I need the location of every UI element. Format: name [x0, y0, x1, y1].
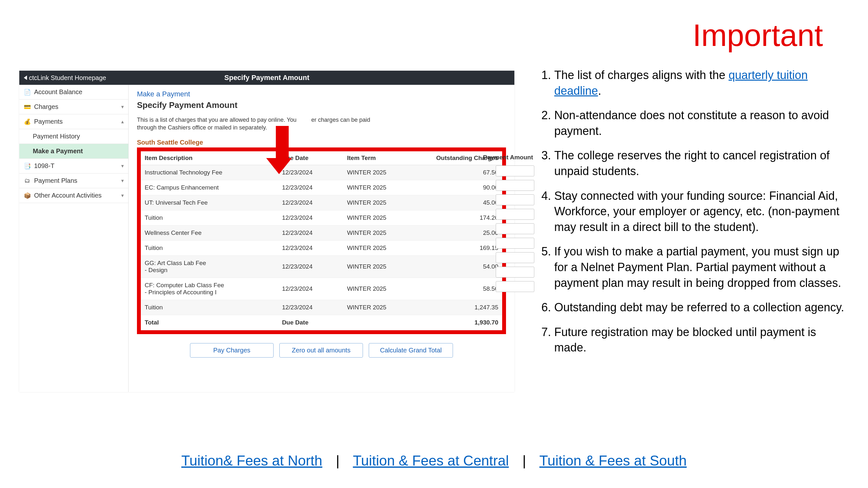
- cell-item-description: Tuition: [141, 240, 278, 255]
- sidebar-item-label: Payments: [34, 118, 63, 125]
- sidebar-item-payment-history[interactable]: Payment History: [19, 129, 128, 144]
- sidebar-item-other-activities[interactable]: 📦 Other Account Activities ▾: [19, 188, 128, 203]
- col-item-term: Item Term: [343, 151, 423, 165]
- cell-item-term: WINTER 2025: [343, 278, 423, 300]
- table-row: EC: Campus Enhancement12/23/2024WINTER 2…: [141, 180, 502, 195]
- calculate-total-button[interactable]: Calculate Grand Total: [369, 343, 453, 358]
- payment-amount-input[interactable]: [496, 281, 534, 292]
- chevron-down-icon: ▾: [121, 104, 124, 110]
- separator: |: [336, 453, 340, 468]
- payment-amount-input[interactable]: [496, 223, 534, 234]
- note-text: The list of charges aligns with the: [554, 68, 728, 82]
- sidebar-item-payment-plans[interactable]: 🗂 Payment Plans ▾: [19, 173, 128, 188]
- sidebar-item-account-balance[interactable]: 📄 Account Balance: [19, 85, 128, 100]
- breadcrumb[interactable]: Make a Payment: [137, 90, 506, 98]
- folder-icon: 🗂: [24, 177, 31, 185]
- cell-item-description: GG: Art Class Lab Fee - Design: [141, 255, 278, 278]
- table-row: UT: Universal Tech Fee12/23/2024WINTER 2…: [141, 195, 502, 210]
- cell-due-date: 12/23/2024: [278, 225, 343, 240]
- cell-item-term: WINTER 2025: [343, 225, 423, 240]
- payment-amount-inputs: [496, 165, 534, 292]
- charges-table: Item Description Due Date Item Term Outs…: [141, 151, 502, 330]
- cell-outstanding: 67.50: [423, 165, 502, 180]
- cell-item-term: WINTER 2025: [343, 255, 423, 278]
- cell-outstanding: 25.00: [423, 225, 502, 240]
- cell-due-date: 12/23/2024: [278, 210, 343, 225]
- note-item: Outstanding debt may be referred to a co…: [554, 300, 845, 316]
- table-row: Instructional Technology Fee12/23/2024WI…: [141, 165, 502, 180]
- app-topbar: ctcLink Student Homepage Specify Payment…: [19, 71, 515, 85]
- tuition-north-link[interactable]: Tuition& Fees at North: [181, 453, 322, 468]
- sidebar-item-label: Payment Plans: [34, 177, 78, 185]
- note-item: Non-attendance does not constitute a rea…: [554, 108, 845, 139]
- charges-highlight-box: Payment Amount: [137, 148, 506, 334]
- form-icon: 📑: [24, 163, 31, 170]
- chevron-down-icon: ▾: [121, 163, 124, 169]
- tuition-south-link[interactable]: Tuition & Fees at South: [539, 453, 687, 468]
- payment-amount-input[interactable]: [496, 194, 534, 205]
- sidebar-item-make-a-payment[interactable]: Make a Payment: [19, 144, 128, 159]
- payment-amount-input[interactable]: [496, 209, 534, 220]
- cell-outstanding: 90.00: [423, 180, 502, 195]
- col-payment-amount: Payment Amount: [483, 154, 533, 161]
- table-row: Wellness Center Fee12/23/2024WINTER 2025…: [141, 225, 502, 240]
- page-description: This is a list of charges that you are a…: [137, 116, 375, 132]
- payment-amount-input[interactable]: [496, 238, 534, 249]
- sidebar-item-charges[interactable]: 💳 Charges ▾: [19, 100, 128, 115]
- sidebar-item-label: Charges: [34, 103, 59, 110]
- table-row: GG: Art Class Lab Fee - Design12/23/2024…: [141, 255, 502, 278]
- note-item: If you wish to make a partial payment, y…: [554, 244, 845, 291]
- separator: |: [522, 453, 526, 468]
- note-item: The list of charges aligns with the quar…: [554, 67, 845, 99]
- chevron-up-icon: ▴: [121, 119, 124, 125]
- sidebar: 📄 Account Balance 💳 Charges ▾ 💰 Payments…: [19, 85, 129, 392]
- cell-due-date: 12/23/2024: [278, 240, 343, 255]
- table-row: CF: Computer Lab Class Fee - Principles …: [141, 278, 502, 300]
- box-icon: 📦: [24, 192, 31, 199]
- total-due-label: Due Date: [278, 315, 343, 330]
- note-text: .: [598, 84, 601, 97]
- note-item: Stay connected with your funding source:…: [554, 188, 845, 235]
- cell-item-description: UT: Universal Tech Fee: [141, 195, 278, 210]
- cell-due-date: 12/23/2024: [278, 300, 343, 315]
- app-screenshot: ctcLink Student Homepage Specify Payment…: [19, 71, 515, 392]
- back-label: ctcLink Student Homepage: [29, 74, 106, 82]
- payment-amount-input[interactable]: [496, 252, 534, 263]
- cell-outstanding: 58.50: [423, 278, 502, 300]
- card-icon: 💳: [24, 103, 31, 110]
- note-item: The college reserves the right to cancel…: [554, 148, 845, 179]
- cell-item-term: WINTER 2025: [343, 165, 423, 180]
- tuition-central-link[interactable]: Tuition & Fees at Central: [353, 453, 509, 468]
- sidebar-item-label: Account Balance: [34, 88, 82, 96]
- sidebar-item-label: Make a Payment: [33, 148, 83, 155]
- cell-item-description: Tuition: [141, 300, 278, 315]
- payment-amount-input[interactable]: [496, 180, 534, 191]
- chevron-left-icon: [24, 75, 27, 80]
- pay-charges-button[interactable]: Pay Charges: [190, 343, 274, 358]
- cell-due-date: 12/23/2024: [278, 255, 343, 278]
- sidebar-item-1098t[interactable]: 📑 1098-T ▾: [19, 159, 128, 173]
- sidebar-item-label: Payment History: [33, 133, 80, 140]
- sidebar-item-payments[interactable]: 💰 Payments ▴: [19, 115, 128, 129]
- important-notes: The list of charges aligns with the quar…: [537, 67, 845, 365]
- cell-due-date: 12/23/2024: [278, 278, 343, 300]
- topbar-title: Specify Payment Amount: [224, 73, 309, 82]
- doc-icon: 📄: [24, 89, 31, 96]
- college-name: South Seattle College: [137, 139, 506, 146]
- annotation-arrow-icon: [273, 126, 292, 174]
- cell-outstanding: 54.00: [423, 255, 502, 278]
- cell-item-term: WINTER 2025: [343, 240, 423, 255]
- table-row: Tuition12/23/2024WINTER 2025174.20: [141, 210, 502, 225]
- desc-part-a: This is a list of charges that you are a…: [137, 117, 297, 123]
- total-label: Total: [141, 315, 278, 330]
- note-item: Future registration may be blocked until…: [554, 324, 845, 356]
- cell-item-description: EC: Campus Enhancement: [141, 180, 278, 195]
- main-content: Make a Payment Specify Payment Amount Th…: [129, 85, 515, 392]
- zero-amounts-button[interactable]: Zero out all amounts: [279, 343, 363, 358]
- table-row: Tuition12/23/2024WINTER 20251,247.35: [141, 300, 502, 315]
- cell-item-term: WINTER 2025: [343, 195, 423, 210]
- cell-outstanding: 45.00: [423, 195, 502, 210]
- payment-amount-input[interactable]: [496, 165, 534, 176]
- payment-amount-input[interactable]: [496, 267, 534, 278]
- back-button[interactable]: ctcLink Student Homepage: [24, 74, 106, 82]
